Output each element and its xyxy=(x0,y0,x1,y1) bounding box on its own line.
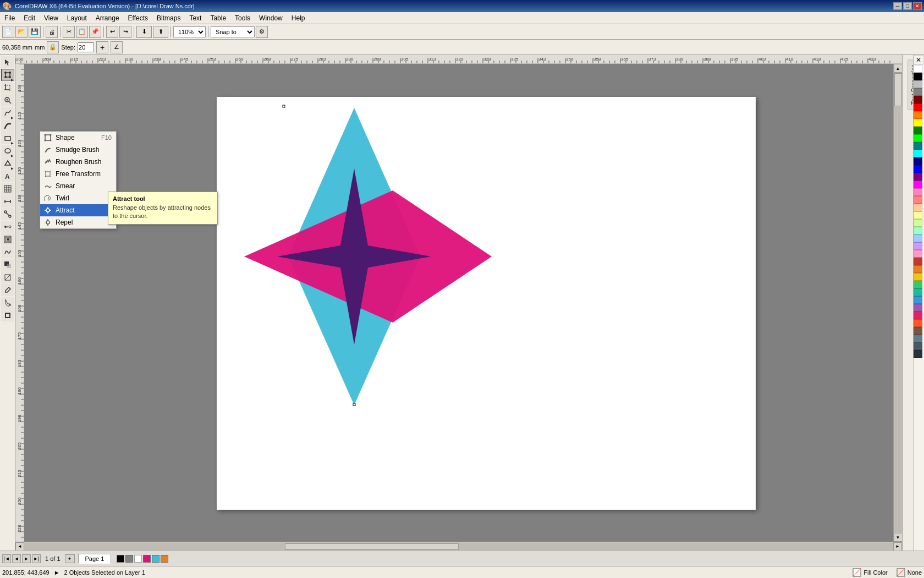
palette-orange[interactable] xyxy=(914,111,922,119)
palette-sunflower[interactable] xyxy=(914,273,922,281)
palette-blue-gray[interactable] xyxy=(914,335,922,342)
palette-navy[interactable] xyxy=(914,157,922,165)
dimension-tool[interactable] xyxy=(1,195,14,208)
snap-select[interactable]: Snap to xyxy=(211,26,255,37)
ctx-twirl[interactable]: Twirl xyxy=(40,192,116,204)
select-tool[interactable] xyxy=(1,56,14,68)
vertical-scrollbar[interactable]: ▲ ▼ xyxy=(893,64,902,542)
menu-bitmaps[interactable]: Bitmaps xyxy=(152,12,185,24)
menu-window[interactable]: Window xyxy=(255,12,287,24)
rectangle-tool[interactable]: ▶ xyxy=(1,132,14,144)
menu-view[interactable]: View xyxy=(40,12,63,24)
prev-page-btn[interactable]: ◄ xyxy=(12,554,21,563)
palette-white[interactable] xyxy=(914,65,922,73)
palette-turquoise[interactable] xyxy=(914,288,922,296)
import-btn[interactable]: ⬇ xyxy=(136,26,152,38)
swatch-gray[interactable] xyxy=(125,555,133,563)
palette-lt-green[interactable] xyxy=(914,219,922,227)
menu-arrange[interactable]: Arrange xyxy=(91,12,124,24)
palette-crimson[interactable] xyxy=(914,258,922,265)
connector-tool[interactable] xyxy=(1,208,14,220)
shadow-tool[interactable] xyxy=(1,259,14,271)
h-scroll-thumb[interactable] xyxy=(285,543,459,550)
crop-tool[interactable] xyxy=(1,81,14,94)
ctx-roughen[interactable]: Roughen Brush xyxy=(40,156,116,168)
swatch-cyan[interactable] xyxy=(152,555,160,563)
undo-btn[interactable]: ↩ xyxy=(106,26,118,38)
table-tool[interactable] xyxy=(1,183,14,195)
step-add-btn[interactable]: + xyxy=(96,41,108,53)
shape-tool[interactable]: ▶ xyxy=(1,69,14,81)
swatch-orange[interactable] xyxy=(161,555,168,563)
palette-lavender[interactable] xyxy=(914,242,922,250)
page-tab-1[interactable]: Page 1 xyxy=(78,554,112,564)
palette-dark-blue-gray[interactable] xyxy=(914,342,922,350)
blend-tool[interactable] xyxy=(1,221,14,233)
palette-pink2[interactable] xyxy=(914,312,922,319)
palette-red[interactable] xyxy=(914,103,922,111)
palette-gray[interactable] xyxy=(914,88,922,96)
angle-btn[interactable]: ∠ xyxy=(111,41,123,53)
palette-lime[interactable] xyxy=(914,134,922,142)
close-button[interactable]: ✕ xyxy=(913,2,922,10)
next-page-btn[interactable]: ► xyxy=(22,554,31,563)
scroll-down-btn[interactable]: ▼ xyxy=(894,533,903,542)
scroll-up-btn[interactable]: ▲ xyxy=(894,64,903,73)
artistic-media-tool[interactable] xyxy=(1,119,14,132)
copy-btn[interactable]: 📋 xyxy=(76,26,88,38)
step-input[interactable] xyxy=(78,42,94,52)
freehand-tool[interactable]: ▶ xyxy=(1,107,14,119)
menu-layout[interactable]: Layout xyxy=(63,12,91,24)
distort-tool[interactable] xyxy=(1,246,14,258)
palette-lt-yellow[interactable] xyxy=(914,211,922,219)
minimize-button[interactable]: ─ xyxy=(893,2,902,10)
zoom-tool[interactable] xyxy=(1,94,14,106)
palette-deep-orange[interactable] xyxy=(914,319,922,327)
palette-emerald[interactable] xyxy=(914,281,922,288)
scroll-right-btn[interactable]: ► xyxy=(893,542,902,551)
scroll-track[interactable] xyxy=(894,73,902,533)
paste-btn[interactable]: 📌 xyxy=(89,26,101,38)
new-btn[interactable]: 📄 xyxy=(2,26,14,38)
eyedropper-tool[interactable] xyxy=(1,284,14,296)
swatch-magenta[interactable] xyxy=(143,555,151,563)
contour-tool[interactable] xyxy=(1,233,14,246)
snap-options-btn[interactable]: ⚙ xyxy=(256,26,268,38)
maximize-button[interactable]: □ xyxy=(903,2,912,10)
palette-magenta-bright[interactable] xyxy=(914,181,922,188)
fill-tool[interactable] xyxy=(1,297,14,309)
no-color-swatch[interactable]: ✕ xyxy=(914,55,923,65)
polygon-tool[interactable]: ▶ xyxy=(1,157,14,170)
h-scroll-track[interactable] xyxy=(24,543,893,550)
palette-purple[interactable] xyxy=(914,173,922,181)
palette-blue[interactable] xyxy=(914,165,922,173)
palette-peter-river[interactable] xyxy=(914,296,922,304)
palette-maroon[interactable] xyxy=(914,96,922,103)
ctx-repel[interactable]: Repel xyxy=(40,216,116,228)
palette-teal[interactable] xyxy=(914,142,922,150)
palette-lt-pink[interactable] xyxy=(914,250,922,258)
ctx-transform[interactable]: Free Transform xyxy=(40,168,116,180)
palette-lt-blue[interactable] xyxy=(914,235,922,242)
title-bar-controls[interactable]: ─ □ ✕ xyxy=(893,2,922,10)
palette-silver[interactable] xyxy=(914,80,922,88)
swatch-white[interactable] xyxy=(134,555,142,563)
menu-tools[interactable]: Tools xyxy=(230,12,255,24)
palette-black[interactable] xyxy=(914,73,922,80)
scroll-left-btn[interactable]: ◄ xyxy=(15,542,24,551)
menu-help[interactable]: Help xyxy=(287,12,310,24)
palette-dark[interactable] xyxy=(914,350,922,358)
scroll-thumb[interactable] xyxy=(894,73,902,106)
ellipse-tool[interactable]: ▶ xyxy=(1,145,14,157)
palette-salmon[interactable] xyxy=(914,196,922,204)
palette-green[interactable] xyxy=(914,127,922,134)
ctx-shape[interactable]: Shape F10 xyxy=(40,132,116,144)
palette-brown[interactable] xyxy=(914,327,922,335)
text-tool[interactable]: A xyxy=(1,170,14,182)
save-btn[interactable]: 💾 xyxy=(29,26,41,38)
ctx-smear[interactable]: Smear xyxy=(40,180,116,192)
menu-edit[interactable]: Edit xyxy=(19,12,40,24)
palette-yellow[interactable] xyxy=(914,119,922,127)
coord-lock-btn[interactable]: 🔒 xyxy=(47,41,59,53)
first-page-btn[interactable]: |◄ xyxy=(2,554,11,563)
